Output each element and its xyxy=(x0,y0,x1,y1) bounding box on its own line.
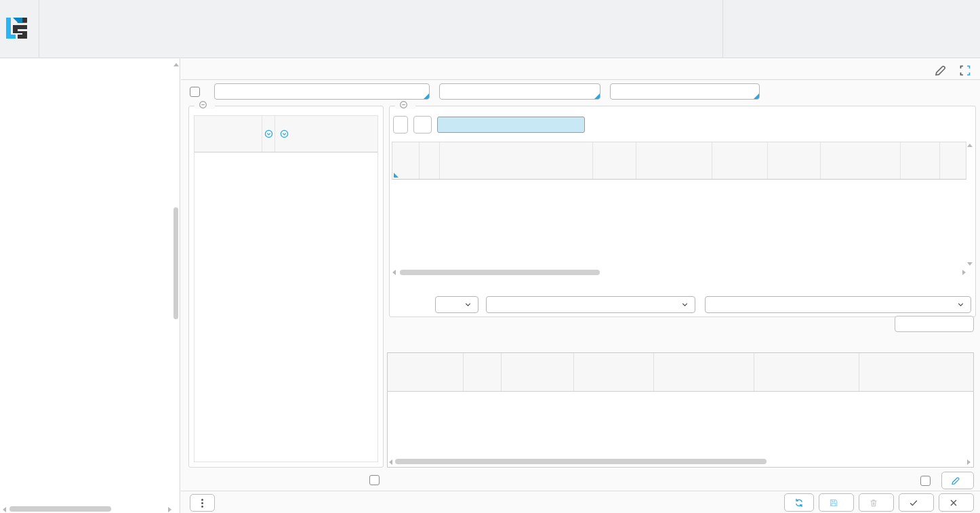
column-header[interactable] xyxy=(388,353,464,391)
workspace xyxy=(181,59,980,513)
edit-button[interactable] xyxy=(941,472,974,489)
save-icon xyxy=(828,497,839,508)
chevron-circle-icon[interactable] xyxy=(264,129,274,139)
column-header[interactable] xyxy=(636,142,712,179)
detail-footer-right xyxy=(784,472,974,489)
header-divider xyxy=(722,0,723,58)
scroll-down-icon[interactable] xyxy=(967,262,973,266)
scrollbar-thumb[interactable] xyxy=(395,459,767,464)
chevron-down-icon xyxy=(464,300,472,309)
detail-horizontal-scrollbar[interactable] xyxy=(388,458,971,466)
column-header[interactable] xyxy=(901,142,940,179)
close-icon xyxy=(948,497,959,508)
refresh-button[interactable] xyxy=(784,493,814,512)
column-header-name[interactable] xyxy=(275,116,377,152)
search-mode-button[interactable] xyxy=(413,116,432,134)
check-icon xyxy=(908,497,919,508)
unfulfilled-checkbox[interactable] xyxy=(920,476,931,486)
scroll-right-icon[interactable] xyxy=(962,270,966,275)
ok-button[interactable] xyxy=(899,493,934,512)
scroll-left-icon[interactable] xyxy=(3,507,6,512)
scrollbar-thumb[interactable] xyxy=(173,207,178,319)
warehouse-name-input[interactable] xyxy=(214,83,430,100)
chevron-down-icon xyxy=(680,300,689,309)
scrollbar-thumb[interactable] xyxy=(9,506,111,512)
barcode-input[interactable] xyxy=(610,83,760,100)
column-header[interactable] xyxy=(754,353,859,391)
collapse-icon[interactable] xyxy=(399,100,408,109)
batches-vertical-scrollbar[interactable] xyxy=(966,142,973,268)
panel-actions xyxy=(933,64,972,77)
batches-table xyxy=(392,142,966,180)
filter-select-1[interactable] xyxy=(435,296,478,313)
edit-pencil-icon[interactable] xyxy=(933,64,947,77)
batches-search-input[interactable] xyxy=(437,117,585,133)
column-header[interactable] xyxy=(768,142,821,179)
groups-table xyxy=(194,115,378,462)
scrollbar-thumb[interactable] xyxy=(400,270,600,275)
cancel-button[interactable] xyxy=(859,493,894,512)
groups-panel xyxy=(188,106,384,468)
batches-filters xyxy=(390,296,977,314)
column-header[interactable] xyxy=(859,353,973,391)
fullscreen-icon[interactable] xyxy=(958,64,972,77)
column-header[interactable] xyxy=(654,353,754,391)
action-bar xyxy=(784,493,974,512)
filter-bar xyxy=(190,81,976,102)
groups-footer-toolbar xyxy=(188,471,384,489)
batches-horizontal-scrollbar[interactable] xyxy=(392,269,966,276)
column-header-tree[interactable] xyxy=(195,116,262,152)
column-header[interactable] xyxy=(420,142,440,179)
trash-icon xyxy=(868,497,879,508)
active-checkbox[interactable] xyxy=(369,475,380,485)
column-header[interactable] xyxy=(392,142,420,179)
column-header[interactable] xyxy=(593,142,636,179)
column-header-filter[interactable] xyxy=(262,116,275,152)
collapse-icon[interactable] xyxy=(199,100,207,109)
scroll-right-icon[interactable] xyxy=(967,459,971,465)
column-header[interactable] xyxy=(502,353,574,391)
scroll-up-icon[interactable] xyxy=(967,144,973,147)
refresh-icon xyxy=(794,497,804,508)
chevron-circle-icon[interactable] xyxy=(279,129,289,139)
chevron-down-icon xyxy=(956,300,965,309)
scroll-up-icon[interactable] xyxy=(173,63,179,66)
save-button[interactable] xyxy=(819,493,854,512)
batches-search-row xyxy=(393,116,613,134)
scroll-left-icon[interactable] xyxy=(389,459,392,465)
scroll-right-icon[interactable] xyxy=(168,507,171,512)
change-product-button[interactable] xyxy=(895,316,974,332)
column-header[interactable] xyxy=(940,142,966,179)
kebab-menu-button[interactable] xyxy=(190,494,215,512)
column-header[interactable] xyxy=(440,142,593,179)
tabbar-line xyxy=(181,79,980,80)
detail-table xyxy=(387,352,974,468)
column-header[interactable] xyxy=(464,353,502,391)
top-toolbar xyxy=(0,0,980,58)
filter-select-2[interactable] xyxy=(486,296,695,313)
bottom-separator xyxy=(181,491,980,491)
column-header[interactable] xyxy=(821,142,901,179)
filter-select-3[interactable] xyxy=(705,296,971,313)
search-field-button[interactable] xyxy=(393,116,408,134)
pencil-icon xyxy=(950,476,960,486)
batches-panel xyxy=(389,106,976,317)
header-divider xyxy=(39,0,39,58)
column-header[interactable] xyxy=(574,353,654,391)
sidebar-vertical-scrollbar[interactable] xyxy=(173,62,179,506)
navigation-tree-panel xyxy=(0,59,180,513)
scroll-left-icon[interactable] xyxy=(392,270,396,275)
multi-warehouse-checkbox[interactable] xyxy=(190,87,200,97)
app-logo xyxy=(6,18,27,39)
department-input[interactable] xyxy=(439,83,600,100)
sidebar-horizontal-scrollbar[interactable] xyxy=(3,506,171,512)
close-button[interactable] xyxy=(939,493,974,512)
column-header[interactable] xyxy=(712,142,768,179)
